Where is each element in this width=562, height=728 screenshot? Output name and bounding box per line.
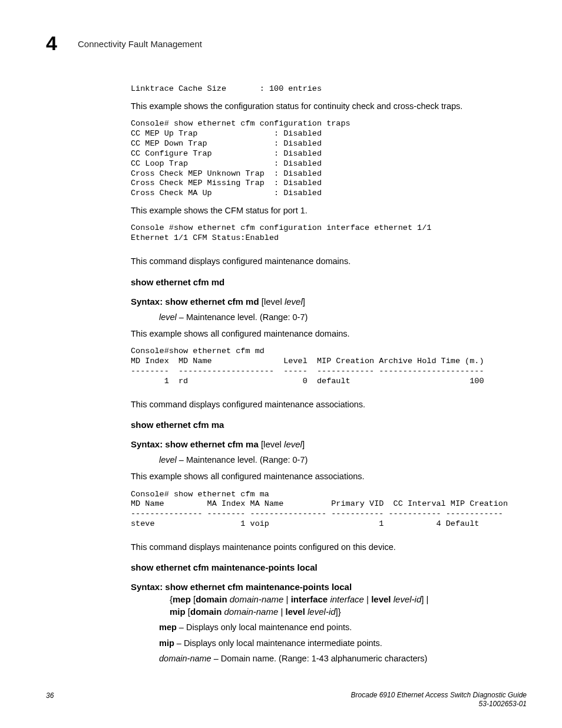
- footer: 36 Brocade 6910 Ethernet Access Switch D…: [46, 691, 527, 709]
- syntax-ma-close: ]: [302, 439, 305, 449]
- page-number: 36: [46, 691, 54, 701]
- para-cmd-md: This command displays configured mainten…: [131, 255, 514, 267]
- param-domain-italic: domain-name: [159, 654, 211, 663]
- param-domain-desc: – Domain name. (Range: 1-43 alphanumeric…: [211, 654, 428, 663]
- syntax-mp-interfaceital: interface: [330, 594, 364, 604]
- para-example-md: This example shows all configured mainte…: [131, 328, 514, 340]
- level-desc-ma: – Maintenance level. (Range: 0-7): [177, 455, 308, 465]
- param-mip-desc: – Displays only local maintenance interm…: [174, 638, 382, 648]
- syntax-ma-level: level: [284, 439, 302, 449]
- ma-output: Console# show ethernet cfm ma MD Name MA…: [131, 490, 514, 530]
- syntax-mp-domainname1: domain-name: [230, 594, 284, 604]
- para-traps: This example shows the configuration sta…: [131, 100, 514, 112]
- syntax-mp-domain1: domain: [196, 594, 227, 604]
- param-mip: mip – Displays only local maintenance in…: [159, 637, 514, 649]
- param-mep: mep – Displays only local maintenance en…: [159, 621, 514, 633]
- syntax-md: Syntax: show ethernet cfm md [level leve…: [131, 295, 514, 308]
- syntax-mp-mip: mip: [170, 607, 186, 617]
- syntax-label: Syntax:: [131, 297, 165, 307]
- syntax-mp-level1: level: [371, 594, 391, 604]
- syntax-ma-cmd: show ethernet cfm ma: [165, 439, 258, 449]
- syntax-mp-levelid1: level-id: [394, 594, 422, 604]
- syntax-mp-mep: mep: [173, 594, 191, 604]
- level-param-md: level – Maintenance level. (Range: 0-7): [159, 311, 514, 323]
- syntax-md-cmd: show ethernet cfm md: [165, 297, 259, 307]
- footer-doc-title: Brocade 6910 Ethernet Access Switch Diag…: [351, 691, 527, 699]
- syntax-mp-levelid2: level-id: [308, 607, 336, 617]
- param-mep-bold: mep: [159, 622, 177, 632]
- syntax-ma-open: [level: [259, 439, 284, 449]
- page-content: Linktrace Cache Size : 100 entries This …: [131, 80, 514, 668]
- syntax-mp-interface: interface: [291, 594, 328, 604]
- syntax-label-mp: Syntax:: [131, 582, 165, 592]
- para-port1: This example shows the CFM status for po…: [131, 205, 514, 216]
- footer-doc-id: 53-1002653-01: [479, 700, 527, 708]
- cmd-md-heading: show ethernet cfm md: [131, 276, 514, 288]
- syntax-md-level: level: [285, 297, 303, 307]
- level-param-ma: level – Maintenance level. (Range: 0-7): [159, 454, 514, 466]
- param-mip-bold: mip: [159, 638, 174, 648]
- level-desc: – Maintenance level. (Range: 0-7): [177, 312, 308, 322]
- syntax-md-open: [level: [259, 297, 285, 307]
- param-domain: domain-name – Domain name. (Range: 1-43 …: [159, 653, 514, 664]
- cmd-ma-heading: show ethernet cfm ma: [131, 419, 514, 431]
- syntax-mp-level2: level: [285, 607, 305, 617]
- syntax-mp-domain2: domain: [190, 607, 222, 617]
- syntax-md-close: ]: [303, 297, 305, 307]
- md-output: Console#show ethernet cfm md MD Index MD…: [131, 347, 514, 387]
- syntax-mp-cmd: show ethernet cfm maintenance-points loc…: [165, 582, 352, 592]
- para-example-ma: This example shows all configured mainte…: [131, 470, 514, 482]
- cmd-mp-heading: show ethernet cfm maintenance-points loc…: [131, 561, 514, 574]
- level-italic: level: [159, 312, 177, 322]
- level-italic-ma: level: [159, 455, 177, 465]
- param-mep-desc: – Displays only local maintenance end po…: [177, 622, 352, 632]
- syntax-label-ma: Syntax:: [131, 439, 165, 449]
- port1-output: Console #show ethernet cfm configuration…: [131, 223, 514, 243]
- syntax-mp-domainname2: domain-name: [224, 607, 279, 617]
- syntax-ma: Syntax: show ethernet cfm ma [level leve…: [131, 438, 514, 450]
- para-cmd-mp: This command displays maintenance points…: [131, 541, 514, 553]
- traps-output: Console# show ethernet cfm configuration…: [131, 119, 514, 199]
- chapter-title: Connectivity Fault Management: [78, 38, 202, 50]
- chapter-number: 4: [46, 29, 57, 58]
- syntax-mp: Syntax: show ethernet cfm maintenance-po…: [131, 581, 514, 618]
- linktrace-output: Linktrace Cache Size : 100 entries: [131, 84, 514, 94]
- para-cmd-ma: This command displays configured mainten…: [131, 398, 514, 410]
- footer-doc: Brocade 6910 Ethernet Access Switch Diag…: [351, 691, 527, 709]
